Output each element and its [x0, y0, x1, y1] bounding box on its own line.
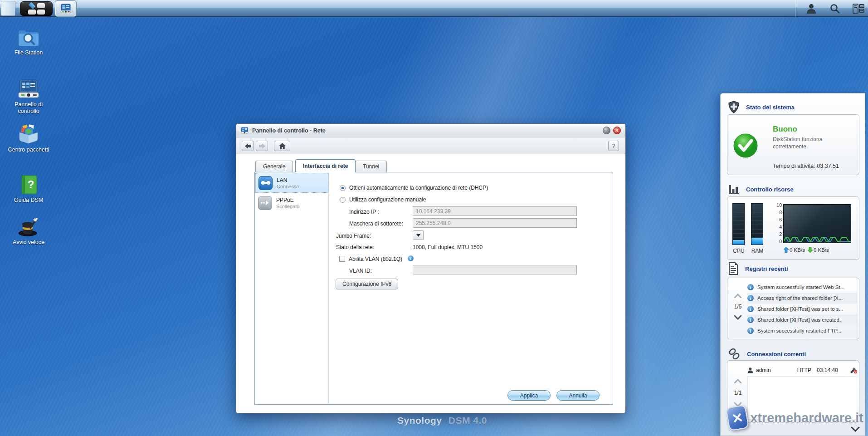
ram-gauge-fill: [751, 238, 763, 245]
logs-page-up-icon[interactable]: [734, 294, 741, 298]
search-icon: [829, 3, 840, 14]
vlan-id-input[interactable]: [413, 265, 577, 274]
desktop-icon-label: Guida DSM: [4, 197, 54, 204]
ip-address-input[interactable]: [413, 206, 577, 216]
close-button[interactable]: ✕: [613, 127, 621, 134]
dhcp-radio-label: Ottieni automaticamente la configurazion…: [349, 185, 488, 191]
tab-interfaccia-di-rete[interactable]: Interfaccia di rete: [295, 159, 356, 172]
system-status-card: Buono DiskStation funziona correttamente…: [727, 114, 859, 175]
user-menu-button[interactable]: [805, 3, 817, 15]
widget-sidebar: Stato del sistema Buono DiskStation funz…: [720, 93, 865, 436]
connection-time: 03:14:40: [817, 367, 838, 373]
apply-button[interactable]: Applica: [507, 390, 551, 401]
xtremehardware-logo-icon: ✕: [726, 405, 750, 431]
main-menu-button[interactable]: [20, 1, 53, 16]
package-center-icon: [4, 123, 54, 144]
minimize-button[interactable]: [603, 127, 610, 134]
desktop-icon-file-station[interactable]: File Station: [4, 26, 54, 56]
back-arrow-icon: [245, 143, 251, 149]
system-status-header: Stato del sistema: [728, 101, 795, 113]
ip-address-label: Indirizzo IP :: [349, 209, 379, 215]
taskbar: [0, 0, 868, 17]
subnet-mask-label: Maschera di sottorete:: [349, 220, 403, 227]
log-entry: i System successfully restarted FTP...: [747, 325, 857, 336]
system-status-value: Buono: [773, 125, 797, 134]
home-button[interactable]: [274, 141, 290, 151]
vlan-checkbox[interactable]: [339, 256, 345, 262]
desktop-icon-control-panel[interactable]: Pannello di controllo: [4, 78, 54, 115]
pilot-view-button[interactable]: [853, 3, 864, 15]
cpu-label: CPU: [730, 248, 748, 254]
vlan-info-icon[interactable]: i: [408, 255, 414, 261]
section-title: Controllo risorse: [746, 186, 794, 193]
vlan-checkbox-label: Abilita VLAN (802.1Q): [349, 256, 402, 262]
kick-connection-icon[interactable]: [850, 367, 857, 373]
jumbo-frame-label: Jumbo Frame:: [336, 233, 371, 239]
connections-page-indicator: 1/1: [729, 390, 746, 396]
taskbar-control-panel-button[interactable]: [55, 1, 76, 16]
cpu-gauge: [732, 203, 745, 245]
shield-icon: [728, 101, 740, 113]
dhcp-radio[interactable]: [340, 185, 346, 191]
info-icon: i: [747, 284, 754, 290]
document-icon: [728, 262, 739, 275]
window-titlebar[interactable]: Pannello di controllo - Rete ✕: [236, 124, 625, 137]
download-arrow-icon: [808, 247, 813, 253]
back-button[interactable]: [242, 141, 254, 151]
logs-page-down-icon[interactable]: [734, 315, 741, 320]
upload-value: 0 KB/s: [790, 247, 805, 253]
jumbo-frame-select[interactable]: [413, 230, 424, 240]
desktop-icon-label: File Station: [4, 49, 54, 56]
download-value: 0 KB/s: [814, 247, 829, 253]
bar-chart-icon: [728, 183, 740, 195]
desktop-icon-label: Avvio veloce: [4, 239, 54, 246]
show-desktop-button[interactable]: [1, 1, 15, 16]
log-entry: i System successfully started Web St...: [747, 282, 857, 293]
svg-text:?: ?: [28, 178, 34, 191]
info-icon: i: [747, 317, 754, 323]
log-entry: i Access right of the shared folder [X..…: [747, 293, 857, 304]
info-icon: i: [747, 306, 754, 312]
subnet-mask-input[interactable]: [413, 218, 577, 228]
log-entry: i Shared folder [XHTest] was set to s...: [747, 304, 857, 314]
tab-generale[interactable]: Generale: [255, 161, 293, 172]
interface-name: PPPoE: [276, 197, 299, 203]
cpu-gauge-fill: [733, 240, 744, 245]
resource-monitor-header: Controllo risorse: [728, 183, 794, 195]
desktop-icon-quick-start[interactable]: Avvio veloce: [4, 216, 54, 246]
manual-config-label: Utilizza configurazione manuale: [349, 196, 426, 203]
site-watermark: ✕ xtremehardware.it: [727, 406, 863, 430]
section-title: Stato del sistema: [746, 104, 795, 111]
connections-page-up-icon[interactable]: [734, 379, 741, 383]
link-icon: [728, 348, 741, 360]
search-button[interactable]: [829, 3, 841, 15]
dsm-watermark-version: DSM 4.0: [449, 415, 487, 426]
interface-name: LAN: [277, 177, 299, 183]
network-graph-lines: [784, 205, 851, 243]
window-title-icon: [241, 127, 249, 134]
cancel-button[interactable]: Annulla: [556, 390, 600, 401]
network-status-value: 1000, Full duplex, MTU 1500: [413, 244, 483, 250]
ipv6-config-button[interactable]: Configurazione IPv6: [336, 279, 398, 289]
help-button[interactable]: ?: [608, 141, 619, 151]
connection-row: admin HTTP 03:14:40: [747, 365, 857, 375]
interface-item-lan[interactable]: LAN Connesso: [255, 173, 328, 193]
status-ok-icon: [733, 133, 758, 158]
forward-button[interactable]: [256, 141, 268, 151]
desktop-icon-dsm-help[interactable]: ? Guida DSM: [4, 174, 54, 204]
tab-tunnel[interactable]: Tunnel: [355, 161, 387, 172]
control-panel-desktop-icon: [4, 78, 54, 99]
taskbar-right-icons: [795, 0, 864, 17]
control-panel-window: Pannello di controllo - Rete ✕ ? General…: [236, 123, 626, 413]
quick-start-icon: [4, 216, 54, 237]
window-toolbar: ?: [236, 137, 625, 154]
user-icon: [747, 367, 753, 373]
recent-logs-header: Registri recenti: [728, 262, 788, 275]
manual-config-radio[interactable]: [340, 197, 346, 203]
user-icon: [806, 3, 816, 14]
home-icon: [279, 143, 286, 149]
interface-item-pppoe[interactable]: PPPoE Scollegato: [255, 193, 328, 213]
desktop-icon-package-center[interactable]: Centro pacchetti: [4, 123, 54, 153]
pppoe-interface-icon: [258, 196, 272, 210]
dsm-watermark: Synology DSM 4.0: [397, 415, 487, 426]
